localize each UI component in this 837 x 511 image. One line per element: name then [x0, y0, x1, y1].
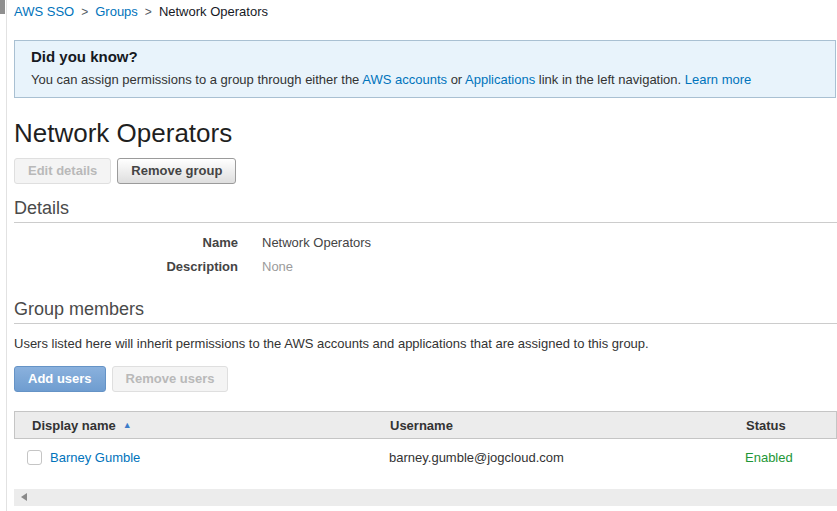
name-value: Network Operators [262, 235, 837, 250]
learn-more-link[interactable]: Learn more [685, 72, 751, 87]
group-members-divider [14, 323, 837, 324]
details-divider [14, 222, 837, 223]
username-cell: barney.gumble@jogcloud.com [389, 450, 745, 465]
group-actions: Edit details Remove group [14, 158, 837, 184]
breadcrumb-separator: > [145, 5, 152, 19]
name-label: Name [14, 235, 238, 250]
row-checkbox[interactable] [27, 450, 42, 465]
info-banner: Did you know? You can assign permissions… [14, 40, 836, 98]
member-actions: Add users Remove users [14, 366, 837, 392]
scroll-left-arrow-icon[interactable] [21, 493, 27, 501]
breadcrumb-link-aws-sso[interactable]: AWS SSO [14, 4, 74, 19]
info-banner-text-after: link in the left navigation. [535, 72, 685, 87]
applications-link[interactable]: Applications [465, 72, 535, 87]
members-table: Display name ▲ Username Status Barney Gu… [14, 411, 837, 475]
breadcrumb-current-page: Network Operators [159, 4, 268, 19]
left-edge-divider [6, 0, 7, 511]
column-header-label: Display name [32, 418, 116, 433]
group-members-heading: Group members [14, 299, 837, 319]
vertical-scrollbar-thumb[interactable] [0, 0, 5, 14]
sort-ascending-icon: ▲ [123, 421, 132, 430]
remove-group-button[interactable]: Remove group [117, 158, 236, 184]
edit-details-button[interactable]: Edit details [14, 158, 111, 184]
column-header-username[interactable]: Username [390, 418, 746, 433]
user-link[interactable]: Barney Gumble [50, 450, 140, 465]
display-name-cell: Barney Gumble [14, 450, 389, 465]
breadcrumb-separator: > [81, 5, 88, 19]
remove-users-button[interactable]: Remove users [112, 366, 229, 392]
info-banner-text: You can assign permissions to a group th… [31, 72, 819, 87]
horizontal-scrollbar[interactable] [14, 489, 837, 506]
info-banner-text-before: You can assign permissions to a group th… [31, 72, 362, 87]
description-label: Description [14, 259, 238, 274]
group-members-description: Users listed here will inherit permissio… [14, 336, 837, 351]
status-badge: Enabled [745, 450, 837, 465]
breadcrumb-link-groups[interactable]: Groups [95, 4, 138, 19]
table-row: Barney Gumble barney.gumble@jogcloud.com… [14, 439, 837, 475]
page-title: Network Operators [14, 118, 837, 148]
add-users-button[interactable]: Add users [14, 366, 106, 392]
info-banner-text-mid: or [447, 72, 465, 87]
details-fields: Name Network Operators Description None [14, 235, 837, 274]
description-value: None [262, 259, 837, 274]
column-header-display-name[interactable]: Display name ▲ [15, 418, 390, 433]
column-header-status[interactable]: Status [746, 418, 836, 433]
table-header-row: Display name ▲ Username Status [14, 411, 837, 439]
aws-accounts-link[interactable]: AWS accounts [362, 72, 447, 87]
info-banner-title: Did you know? [31, 49, 819, 65]
main-content: AWS SSO>Groups>Network Operators Did you… [14, 0, 837, 506]
breadcrumb: AWS SSO>Groups>Network Operators [14, 0, 837, 19]
details-heading: Details [14, 198, 837, 218]
